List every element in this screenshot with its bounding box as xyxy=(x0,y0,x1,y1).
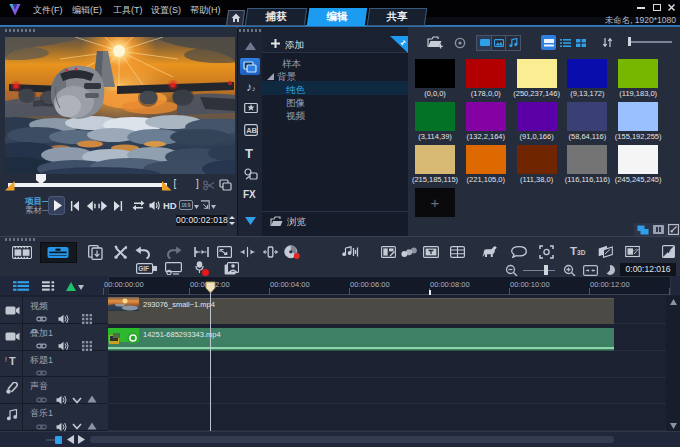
svg-text:AB: AB xyxy=(246,126,257,135)
svg-text:GIF: GIF xyxy=(138,265,149,272)
